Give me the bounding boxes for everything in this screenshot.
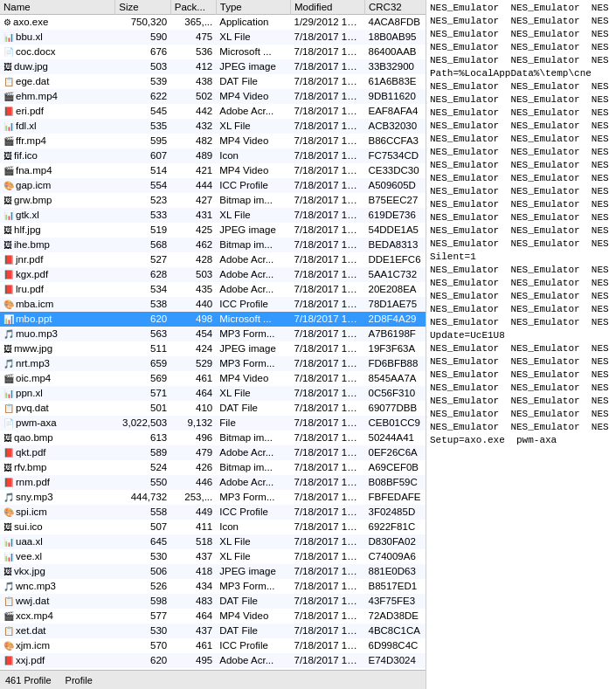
file-name-cell: 🖼ihe.bmp (0, 238, 115, 252)
file-icon: 📊 (3, 389, 14, 398)
table-row[interactable]: ⚙axo.exe750,320365,...Application1/29/20… (0, 15, 426, 30)
table-row[interactable]: 📕eri.pdf545442Adobe Acr...7/18/2017 10:2… (0, 104, 426, 119)
file-type: MP3 Form... (216, 356, 290, 371)
file-type: JPEG image (216, 341, 290, 356)
file-size: 613 (115, 431, 170, 445)
table-row[interactable]: 🖼rfv.bmp524426Bitmap im...7/18/2017 10:2… (0, 460, 426, 475)
table-row[interactable]: 📕rnm.pdf550446Adobe Acr...7/18/2017 10:2… (0, 475, 426, 490)
file-modified: 7/18/2017 10:2... (290, 267, 364, 282)
col-header-size[interactable]: Size (115, 0, 170, 15)
table-row[interactable]: 🎵muo.mp3563454MP3 Form...7/18/2017 10:2.… (0, 327, 426, 341)
col-header-crc[interactable]: CRC32 (364, 0, 426, 15)
col-header-pack[interactable]: Pack... (170, 0, 216, 15)
table-row[interactable]: 📊gtk.xl533431XL File7/18/2017 10:2...619… (0, 208, 426, 223)
file-type: Adobe Acr... (216, 252, 290, 267)
file-pack: 483 (170, 594, 216, 609)
table-row[interactable]: 📕xxj.pdf620495Adobe Acr...7/18/2017 10:2… (0, 653, 426, 668)
table-row[interactable]: 📊uaa.xl645518XL File7/18/2017 10:2...D83… (0, 534, 426, 549)
table-row[interactable]: 📕qkt.pdf589479Adobe Acr...7/18/2017 10:2… (0, 445, 426, 460)
table-row[interactable]: 📕jnr.pdf527428Adobe Acr...7/18/2017 10:2… (0, 252, 426, 267)
file-size: 659 (115, 356, 170, 371)
file-name-cell: 🖼rfv.bmp (0, 460, 115, 475)
file-size: 514 (115, 163, 170, 178)
file-crc: 5AA1C732 (364, 267, 426, 282)
table-row[interactable]: 🎵wnc.mp3526434MP3 Form...7/18/2017 10:2.… (0, 579, 426, 594)
table-row[interactable]: 🎬ffr.mp4595482MP4 Video7/18/2017 10:2...… (0, 134, 426, 148)
table-row[interactable]: 🎬xcx.mp4577464MP4 Video7/18/2017 10:2...… (0, 609, 426, 624)
file-size: 530 (115, 549, 170, 564)
file-name-cell: 🖼fif.ico (0, 148, 115, 163)
file-crc: FBFEDAFE (364, 490, 426, 505)
table-row[interactable]: 📊vee.xl530437XL File7/18/2017 10:2...C74… (0, 549, 426, 564)
file-crc: C74009A6 (364, 549, 426, 564)
table-row[interactable]: 📊fdl.xl535432XL File7/18/2017 10:2...ACB… (0, 119, 426, 134)
file-modified: 7/18/2017 10:2... (290, 534, 364, 549)
table-row[interactable]: 🎨xjm.icm570461ICC Profile7/18/2017 10:2.… (0, 638, 426, 653)
col-header-type[interactable]: Type (216, 0, 290, 15)
file-size: 538 (115, 297, 170, 312)
table-row[interactable]: 📄pwm-axa3,022,5039,132File7/18/2017 10:2… (0, 416, 426, 431)
file-crc: 8545AA7A (364, 371, 426, 386)
table-row[interactable]: 📄coc.docx676536Microsoft ...7/18/2017 10… (0, 45, 426, 59)
table-row[interactable]: 🖼mww.jpg511424JPEG image7/18/2017 10:2..… (0, 341, 426, 356)
file-pack: 432 (170, 119, 216, 134)
table-row[interactable]: 🎨spi.icm558449ICC Profile7/18/2017 10:2.… (0, 505, 426, 520)
file-size: 589 (115, 445, 170, 460)
file-size: 535 (115, 119, 170, 134)
file-icon: 🎬 (3, 611, 14, 621)
file-type: Bitmap im... (216, 238, 290, 252)
file-type: ICC Profile (216, 638, 290, 653)
table-row[interactable]: 🎨gap.icm554444ICC Profile7/18/2017 10:2.… (0, 178, 426, 193)
file-size: 507 (115, 520, 170, 534)
file-modified: 7/18/2017 10:2... (290, 416, 364, 431)
file-crc: 19F3F63A (364, 341, 426, 356)
file-pack: 464 (170, 386, 216, 401)
col-header-name[interactable]: Name (0, 0, 115, 15)
table-row[interactable]: 🖼duw.jpg503412JPEG image7/18/2017 10:2..… (0, 59, 426, 74)
table-row[interactable]: 📊mbo.ppt620498Microsoft ...7/18/2017 10:… (0, 312, 426, 327)
table-row[interactable]: 🎵nrt.mp3659529MP3 Form...7/18/2017 10:2.… (0, 356, 426, 371)
table-row[interactable]: 📕lru.pdf534435Adobe Acr...7/18/2017 10:2… (0, 282, 426, 297)
table-row[interactable]: 📊ppn.xl571464XL File7/18/2017 10:2...0C5… (0, 386, 426, 401)
file-icon: 🖼 (3, 151, 12, 161)
file-name-cell: 📊mbo.ppt (0, 312, 115, 327)
file-crc: 0C56F310 (364, 386, 426, 401)
file-icon: 📄 (3, 418, 14, 428)
table-row[interactable]: 🖼ihe.bmp568462Bitmap im...7/18/2017 10:2… (0, 238, 426, 252)
file-name-cell: 🎵sny.mp3 (0, 490, 115, 505)
table-row[interactable]: 🖼grw.bmp523427Bitmap im...7/18/2017 10:2… (0, 193, 426, 208)
file-name-cell: 📊fdl.xl (0, 119, 115, 134)
file-table-scroll[interactable]: Name Size Pack... Type Modified CRC32 ⚙a… (0, 0, 426, 670)
table-row[interactable]: 📊bbu.xl590475XL File7/18/2017 10:2...18B… (0, 30, 426, 45)
table-row[interactable]: 🖼qao.bmp613496Bitmap im...7/18/2017 10:2… (0, 431, 426, 445)
table-row[interactable]: 🎬fna.mp4514421MP4 Video7/18/2017 10:2...… (0, 163, 426, 178)
file-pack: 412 (170, 59, 216, 74)
file-modified: 7/18/2017 10:2... (290, 238, 364, 252)
file-pack: 428 (170, 252, 216, 267)
table-row[interactable]: 📕kgx.pdf628503Adobe Acr...7/18/2017 10:2… (0, 267, 426, 282)
table-row[interactable]: 📋xet.dat530437DAT File7/18/2017 10:2...4… (0, 624, 426, 638)
table-row[interactable]: 🎵sny.mp3444,732253,...MP3 Form...7/18/20… (0, 490, 426, 505)
table-row[interactable]: 📋ege.dat539438DAT File7/18/2017 10:2...6… (0, 74, 426, 89)
file-pack: 529 (170, 356, 216, 371)
table-row[interactable]: 📋pvq.dat501410DAT File7/18/2017 10:2...6… (0, 401, 426, 416)
table-row[interactable]: 🎬oic.mp4569461MP4 Video7/18/2017 10:2...… (0, 371, 426, 386)
table-row[interactable]: 📋wwj.dat598483DAT File7/18/2017 10:2...4… (0, 594, 426, 609)
file-pack: 518 (170, 534, 216, 549)
col-header-modified[interactable]: Modified (290, 0, 364, 15)
file-type: MP4 Video (216, 163, 290, 178)
table-row[interactable]: 🎨mba.icm538440ICC Profile7/18/2017 10:2.… (0, 297, 426, 312)
file-crc: ACB32030 (364, 119, 426, 134)
table-row[interactable]: 🎬ehm.mp4622502MP4 Video7/18/2017 10:2...… (0, 89, 426, 104)
table-row[interactable]: 🖼hlf.jpg519425JPEG image7/18/2017 10:2..… (0, 223, 426, 238)
file-icon: 🖼 (3, 240, 12, 250)
table-row[interactable]: 🖼fif.ico607489Icon7/18/2017 10:2...FC753… (0, 148, 426, 163)
file-crc: E74D3024 (364, 653, 426, 668)
table-row[interactable]: 🖼sui.ico507411Icon7/18/2017 10:2...6922F… (0, 520, 426, 534)
file-icon: 📋 (3, 403, 14, 413)
file-pack: 503 (170, 267, 216, 282)
bottom-bar: 461 Profile Profile (0, 670, 426, 689)
table-row[interactable]: 🖼vkx.jpg506418JPEG image7/18/2017 10:2..… (0, 564, 426, 579)
file-pack: 424 (170, 341, 216, 356)
file-name-cell: 📋wwj.dat (0, 594, 115, 609)
